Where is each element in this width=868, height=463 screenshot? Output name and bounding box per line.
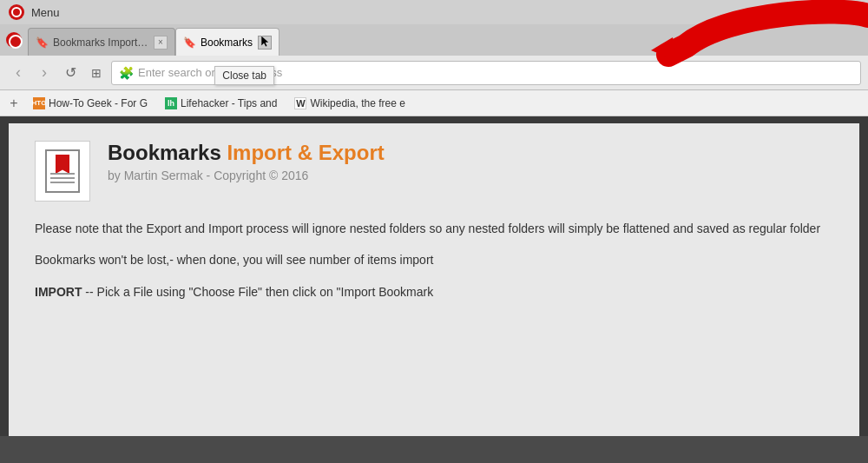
grid-button[interactable]: ⊞ [85, 62, 108, 84]
import-label: IMPORT [35, 285, 82, 299]
extension-icon: 🧩 [119, 66, 133, 80]
body-para-3: IMPORT -- Pick a File using "Choose File… [35, 282, 833, 301]
tab1-label: Bookmarks Import & Expo [53, 36, 148, 49]
bookmarks-bar: + HTG How-To Geek - For G lh Lifehacker … [0, 90, 868, 116]
wiki-favicon-icon: W [294, 97, 306, 109]
tab-bookmarks[interactable]: 🔖 Bookmarks × Close tab [175, 28, 279, 56]
menu-label[interactable]: Menu [31, 6, 60, 19]
page-content: Bookmarks Import & Export by Martin Serm… [9, 123, 859, 436]
address-bar: ‹ › ↺ ⊞ 🧩 Enter search or web address [0, 56, 868, 90]
page-wrapper: Bookmarks Import & Export by Martin Serm… [0, 123, 868, 436]
icon-line-3 [50, 182, 75, 183]
page-subtitle: by Martin Sermak - Copyright © 2016 [108, 169, 833, 182]
dark-strip [0, 116, 868, 123]
title-text-1: Bookmarks [108, 141, 227, 164]
page-title-block: Bookmarks Import & Export by Martin Serm… [108, 141, 833, 182]
icon-line-2 [50, 177, 75, 179]
page-main-title: Bookmarks Import & Export [108, 141, 833, 165]
opera-tab-logo [0, 24, 28, 56]
tab2-label: Bookmarks [201, 36, 253, 49]
title-orange: Import & Export [227, 141, 384, 164]
lh-favicon-icon: lh [165, 97, 177, 109]
page-header: Bookmarks Import & Export by Martin Serm… [35, 141, 833, 202]
wiki-label: Wikipedia, the free e [310, 97, 404, 109]
forward-button[interactable]: › [33, 62, 56, 84]
opera-circle-icon [6, 32, 22, 48]
close-x-icon: × [262, 37, 267, 47]
tab-bar: 🔖 Bookmarks Import & Expo × 🔖 Bookmarks … [0, 24, 868, 56]
bookmark-wikipedia[interactable]: W Wikipedia, the free e [287, 94, 411, 113]
back-button[interactable]: ‹ [7, 62, 30, 84]
icon-line-1 [50, 173, 75, 175]
bookmark-htg[interactable]: HTG How-To Geek - For G [26, 94, 155, 113]
bookmarks-icon-inner [45, 149, 80, 193]
close-tab-tooltip: Close tab [214, 66, 274, 85]
lh-label: Lifehacker - Tips and [181, 97, 277, 109]
bookmark-lifehacker[interactable]: lh Lifehacker - Tips and [158, 94, 284, 113]
reload-button[interactable]: ↺ [59, 62, 82, 84]
body-para-2: Bookmarks won't be lost,- when done, you… [35, 250, 833, 269]
add-bookmark-button[interactable]: + [5, 95, 23, 112]
body-para-1: Please note that the Export and Import p… [35, 219, 833, 238]
opera-logo-icon [9, 4, 24, 20]
htg-favicon-icon: HTG [33, 97, 45, 109]
import-text: -- Pick a File using "Choose File" then … [82, 285, 433, 299]
bookmarks-app-icon [35, 141, 90, 202]
tab-bookmarks-import[interactable]: 🔖 Bookmarks Import & Expo × [28, 28, 175, 56]
tab1-close-button[interactable]: × [154, 36, 168, 50]
tab2-close-button[interactable]: × Close tab [258, 36, 272, 50]
tab2-favicon-icon: 🔖 [183, 36, 195, 49]
icon-lines [50, 170, 75, 186]
htg-label: How-To Geek - For G [49, 97, 148, 109]
title-bar: Menu [0, 0, 868, 24]
tab1-favicon-icon: 🔖 [36, 36, 48, 49]
